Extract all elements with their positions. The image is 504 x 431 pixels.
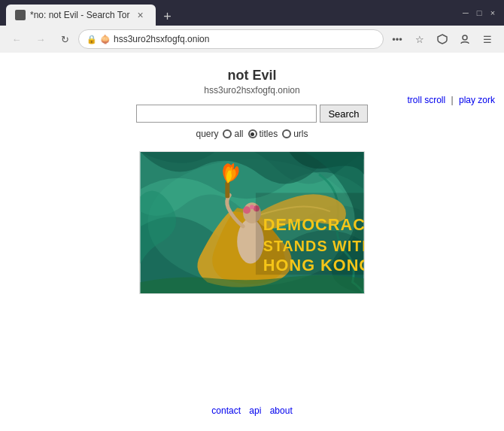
nav-bar: ← → ↻ 🔒 🧅 hss3uro2hsxfogfq.onion ••• ☆ — [0, 26, 504, 53]
api-link[interactable]: api — [249, 405, 261, 416]
site-url: hss3uro2hsxfogfq.onion — [204, 85, 299, 96]
tab-bar: *no: not Evil - Search Tor × + — [6, 0, 454, 26]
svg-point-5 — [243, 206, 250, 214]
search-button[interactable]: Search — [320, 105, 367, 123]
nav-icons: ••• ☆ ☰ — [387, 29, 498, 50]
svg-point-7 — [250, 205, 254, 209]
lock-icon: 🔒 — [87, 35, 97, 44]
address-bar[interactable]: 🔒 🧅 hss3uro2hsxfogfq.onion — [78, 29, 384, 49]
shield-icon — [437, 34, 448, 44]
minimize-button[interactable]: ─ — [460, 8, 471, 18]
back-button[interactable]: ← — [6, 29, 27, 50]
forward-button[interactable]: → — [30, 29, 51, 50]
svg-point-0 — [463, 35, 467, 40]
search-options: query all titles urls — [196, 129, 308, 139]
tab-favicon — [15, 10, 26, 20]
new-tab-button[interactable]: + — [159, 8, 177, 26]
tab-title: *no: not Evil - Search Tor — [30, 10, 130, 20]
titles-radio[interactable] — [248, 129, 257, 138]
svg-text:STANDS WITH: STANDS WITH — [263, 238, 364, 254]
contact-link[interactable]: contact — [211, 405, 241, 416]
more-button[interactable]: ••• — [387, 29, 408, 50]
urls-radio[interactable] — [282, 129, 291, 138]
footer-links: contact api about — [208, 405, 295, 416]
search-input[interactable] — [136, 105, 317, 123]
window-controls: ─ □ × — [460, 8, 498, 18]
poster-image: DEMOCRACY STANDS WITH HONG KONG — [139, 151, 365, 294]
urls-option[interactable]: urls — [282, 129, 308, 139]
active-tab[interactable]: *no: not Evil - Search Tor × — [6, 5, 156, 26]
search-bar-container: Search — [136, 105, 367, 123]
profile-icon — [460, 34, 470, 44]
all-radio[interactable] — [223, 129, 232, 138]
about-link[interactable]: about — [270, 405, 293, 416]
close-button[interactable]: × — [487, 8, 498, 18]
svg-text:HONG KONG: HONG KONG — [263, 256, 364, 275]
bookmark-button[interactable]: ☆ — [409, 29, 430, 50]
troll-scroll-link[interactable]: troll scroll — [407, 95, 445, 105]
link-separator: | — [451, 95, 454, 105]
menu-button[interactable]: ☰ — [477, 29, 498, 50]
site-title: not Evil — [227, 68, 276, 83]
browser-chrome: *no: not Evil - Search Tor × + ─ □ × ← →… — [0, 0, 504, 53]
refresh-button[interactable]: ↻ — [54, 29, 75, 50]
titles-option[interactable]: titles — [248, 129, 278, 139]
poster-svg: DEMOCRACY STANDS WITH HONG KONG — [140, 152, 364, 293]
all-option[interactable]: all — [223, 129, 243, 139]
svg-text:DEMOCRACY: DEMOCRACY — [263, 215, 364, 234]
onion-icon: 🧅 — [100, 35, 111, 44]
address-text: hss3uro2hsxfogfq.onion — [114, 34, 375, 44]
title-bar: *no: not Evil - Search Tor × + ─ □ × — [0, 0, 504, 26]
play-zork-link[interactable]: play zork — [459, 95, 495, 105]
tab-close-button[interactable]: × — [135, 9, 147, 21]
profile-button[interactable] — [454, 29, 475, 50]
svg-rect-8 — [225, 182, 229, 199]
top-right-links: troll scroll | play zork — [407, 95, 495, 105]
maximize-button[interactable]: □ — [474, 8, 484, 18]
query-label: query — [196, 129, 218, 139]
page-content: troll scroll | play zork not Evil hss3ur… — [0, 53, 504, 431]
shield-button[interactable] — [432, 29, 453, 50]
